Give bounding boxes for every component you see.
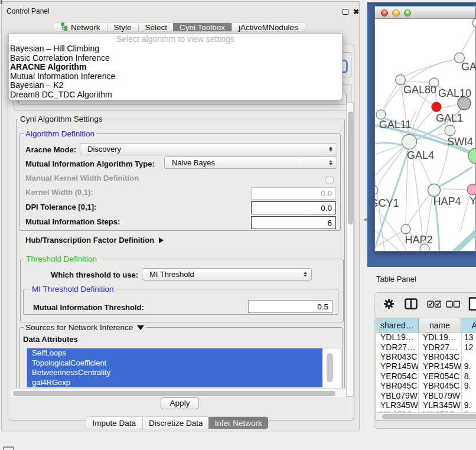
- tab-select[interactable]: Select: [138, 23, 174, 31]
- tab-label: Cyni Toolbox: [180, 23, 225, 32]
- tab-jactivemnodules[interactable]: jActiveMNodules: [232, 23, 305, 31]
- mi-type-combobox[interactable]: Naive Bayes: [164, 156, 337, 169]
- table-row[interactable]: YBR043CYBR043C: [376, 352, 476, 361]
- tab-impute-data[interactable]: Impute Data: [86, 417, 142, 429]
- deselect-all-icon[interactable]: [446, 299, 460, 310]
- dpi-tolerance-field[interactable]: 0.0: [251, 201, 336, 214]
- table-cell: YLR345W: [376, 400, 419, 410]
- node-label: GAL2: [461, 61, 476, 73]
- tab-discretize-data[interactable]: Discretize Data: [142, 417, 210, 429]
- network-node-gal80[interactable]: [396, 75, 406, 85]
- gear-icon[interactable]: [383, 298, 395, 312]
- popup-item[interactable]: Dream8 DC_TDC Algorithm: [9, 90, 342, 100]
- minimized-panel-icon[interactable]: [3, 446, 14, 450]
- network-node-y[interactable]: [467, 184, 476, 195]
- table-cell: YDR27…: [376, 342, 419, 351]
- which-threshold-combobox[interactable]: MI Threshold: [142, 268, 312, 281]
- network-node-gal11[interactable]: [376, 110, 386, 119]
- tab-network[interactable]: Network: [54, 23, 107, 31]
- node-label: HAP4: [433, 195, 461, 207]
- popup-item[interactable]: Basic Correlation Inference: [9, 54, 342, 63]
- attribute-list-item[interactable]: BetweennessCentrality: [27, 368, 322, 378]
- table-row[interactable]: YBR045CYBR045C9.: [376, 381, 476, 390]
- tab-infer-network[interactable]: Infer Network: [208, 417, 268, 429]
- table-row[interactable]: YDR27…YDR27…12: [376, 342, 476, 351]
- attribute-list-item[interactable]: TopologicalCoefficient: [27, 358, 322, 369]
- aracne-mode-combobox[interactable]: Discovery: [80, 143, 337, 155]
- network-view-window: GAL2GAL80GAL10GAL1GAL11SWI4GAL4GCY1HAP4Y…: [374, 6, 476, 252]
- table-cell: YDR27…: [419, 342, 462, 351]
- network-window-titlebar[interactable]: [375, 6, 475, 19]
- network-canvas[interactable]: GAL2GAL80GAL10GAL1GAL11SWI4GAL4GCY1HAP4Y…: [375, 19, 476, 251]
- manual-kernel-checkbox[interactable]: [325, 176, 334, 184]
- popup-item[interactable]: Mutual Information Inference: [9, 72, 342, 81]
- table-row[interactable]: YDL19…YDL19…13: [376, 332, 476, 342]
- table-horizontal-scrollbar[interactable]: [376, 412, 476, 420]
- which-threshold-value: MI Threshold: [149, 270, 194, 279]
- tab-style[interactable]: Style: [107, 23, 138, 31]
- settings-scroll-area: Cyni Algorithm Settings Algorithm Defini…: [11, 102, 346, 388]
- table-row[interactable]: YLR345WYLR345W9.: [376, 400, 476, 410]
- close-icon[interactable]: ✖: [352, 8, 360, 16]
- collapsed-arrow-icon: [159, 237, 164, 243]
- close-traffic-light-icon[interactable]: [381, 9, 389, 17]
- popup-item[interactable]: Bayesian – Hill Climbing: [9, 44, 342, 54]
- network-node-gal4[interactable]: [402, 135, 417, 149]
- column-header-shared-name[interactable]: shared…: [376, 318, 419, 332]
- popup-item[interactable]: Bayesian – K2: [9, 81, 342, 90]
- table-body: YDL19…YDL19…13YDR27…YDR27…12YBR043CYBR04…: [376, 332, 476, 420]
- popup-item[interactable]: ARACNE Algorithm: [9, 63, 342, 72]
- mi-threshold-field[interactable]: 0.5: [248, 300, 332, 313]
- tab-label: Discretize Data: [149, 419, 203, 428]
- tab-label: Infer Network: [215, 419, 262, 428]
- horizontal-scrollbar[interactable]: [11, 389, 346, 397]
- vertical-scrollbar[interactable]: [346, 102, 354, 397]
- network-node[interactable]: [472, 19, 476, 27]
- table-row[interactable]: YER054CYER054C8.: [376, 371, 476, 381]
- network-node-swi4[interactable]: [445, 125, 455, 136]
- mi-steps-field[interactable]: 6: [251, 216, 336, 229]
- minimize-traffic-light-icon[interactable]: [392, 9, 400, 17]
- screen: { "control_panel": { "title": "Control P…: [0, 0, 476, 450]
- table-cell: YER054C: [419, 371, 462, 381]
- hub-definition-toggle[interactable]: Hub/Transcription Factor Definition: [25, 236, 164, 244]
- network-node-gal1[interactable]: [432, 102, 441, 112]
- float-window-icon[interactable]: [343, 9, 348, 15]
- attribute-list-item[interactable]: gal4RGexp: [27, 378, 322, 388]
- column-header-name[interactable]: name: [419, 318, 462, 332]
- aracne-mode-label: Aracne Mode:: [25, 145, 76, 154]
- combo-arrows-icon: [329, 157, 332, 168]
- tab-cyni-toolbox[interactable]: Cyni Toolbox: [173, 23, 232, 31]
- horizontal-scrollbar-thumb[interactable]: [13, 391, 335, 396]
- network-node-hap4[interactable]: [428, 184, 441, 197]
- select-all-icon[interactable]: [427, 299, 441, 310]
- bottom-tab-bar: Impute Data Discretize Data Infer Networ…: [86, 416, 269, 429]
- table-cell: YER054C: [376, 371, 419, 381]
- split-view-icon[interactable]: [405, 298, 418, 312]
- table-row[interactable]: YPR145WYPR145W9.: [376, 361, 476, 371]
- column-header-clipped[interactable]: A: [461, 318, 476, 332]
- sources-toggle[interactable]: Sources for Network Inference: [24, 323, 146, 332]
- table-cell: YDL19…: [376, 332, 419, 342]
- network-node-hap2[interactable]: [401, 224, 410, 234]
- tab-label: Impute Data: [93, 419, 136, 428]
- network-node-gcy1[interactable]: [375, 185, 378, 195]
- kernel-width-field[interactable]: 0.0: [251, 187, 336, 200]
- threshold-definition-title: Threshold Definition: [24, 255, 99, 263]
- node-label: GAL10: [438, 87, 471, 99]
- table-cell: YPR145W: [419, 361, 462, 371]
- list-scrollbar-thumb[interactable]: [327, 353, 333, 382]
- data-attributes-list[interactable]: SelfLoopsTopologicalCoefficientBetweenne…: [27, 348, 341, 388]
- attribute-list-item[interactable]: SelfLoops: [27, 348, 322, 358]
- table-scrollbar-thumb[interactable]: [382, 414, 476, 419]
- zoom-traffic-light-icon[interactable]: [404, 9, 412, 17]
- table-row[interactable]: YBL079WYBL079W: [376, 390, 476, 400]
- node-label: HAP2: [405, 234, 432, 246]
- dpi-tolerance-label: DPI Tolerance [0,1]:: [25, 203, 96, 211]
- document-icon[interactable]: [468, 297, 476, 313]
- apply-button[interactable]: Apply: [161, 397, 199, 409]
- vertical-scrollbar-thumb[interactable]: [348, 112, 353, 224]
- split-divider-handle[interactable]: ◀: [363, 217, 366, 222]
- kernel-width-label: Kernel Width (0,1):: [25, 188, 93, 197]
- node-label: SWI4: [447, 136, 473, 148]
